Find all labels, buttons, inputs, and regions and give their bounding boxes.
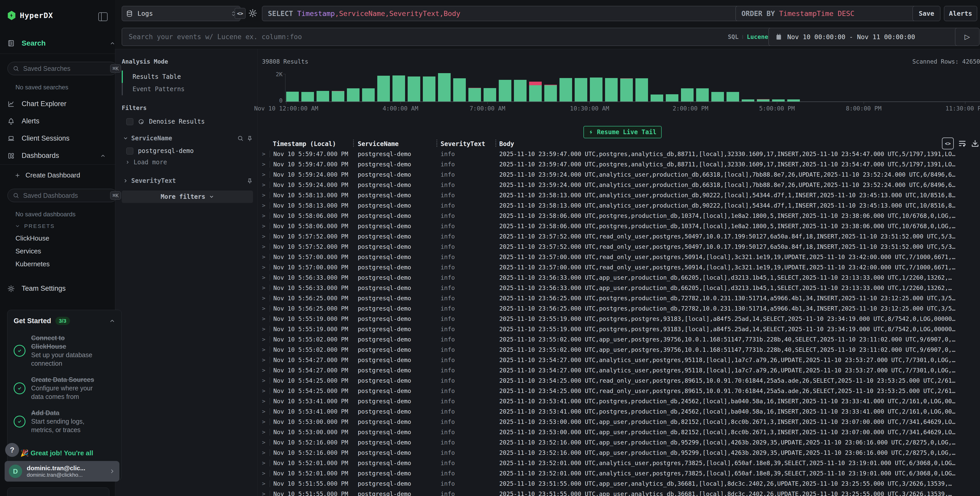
expand-row-icon[interactable]: > (262, 468, 265, 478)
histogram-bar[interactable] (590, 78, 603, 102)
expand-row-icon[interactable]: > (262, 324, 265, 334)
get-started-item[interactable]: Add DataStart sending logs, metrics, or … (14, 409, 115, 434)
log-row[interactable]: >Nov 10 5:53:41.000 PMpostgresql-demoinf… (260, 396, 980, 407)
log-row[interactable]: >Nov 10 5:59:24.000 PMpostgresql-demoinf… (260, 169, 980, 180)
filter-option-postgresql-demo[interactable]: postgresql-demo (126, 147, 194, 155)
histogram-bar[interactable] (605, 78, 618, 102)
log-row[interactable]: >Nov 10 5:55:19.000 PMpostgresql-demoinf… (260, 324, 980, 334)
column-header-severitytext[interactable]: SeverityText (441, 140, 485, 148)
histogram-bar[interactable] (651, 94, 663, 102)
expand-row-icon[interactable]: > (262, 375, 265, 386)
log-row[interactable]: >Nov 10 5:55:02.000 PMpostgresql-demoinf… (260, 344, 980, 355)
user-profile-button[interactable]: D dominic.tran@clic... dominic.tran@clic… (5, 461, 119, 482)
histogram-bar[interactable] (514, 80, 527, 102)
expand-row-icon[interactable]: > (262, 355, 265, 365)
histogram-bar[interactable] (393, 75, 405, 102)
histogram-bar[interactable] (377, 76, 390, 102)
get-started-item[interactable]: Create Data SourcesConfigure where your … (14, 375, 115, 401)
histogram-bar[interactable] (772, 99, 785, 102)
save-button[interactable]: Save (913, 6, 940, 21)
chevron-up-icon[interactable] (100, 153, 106, 159)
log-row[interactable]: >Nov 10 5:53:00.000 PMpostgresql-demoinf… (260, 417, 980, 427)
log-row[interactable]: >Nov 10 5:54:25.000 PMpostgresql-demoinf… (260, 386, 980, 396)
log-row[interactable]: >Nov 10 5:59:47.000 PMpostgresql-demoinf… (260, 149, 980, 159)
histogram-bar[interactable] (544, 85, 557, 102)
log-row[interactable]: >Nov 10 5:59:47.000 PMpostgresql-demoinf… (260, 159, 980, 169)
log-row[interactable]: >Nov 10 5:54:27.000 PMpostgresql-demoinf… (260, 365, 980, 375)
log-row[interactable]: >Nov 10 5:52:01.000 PMpostgresql-demoinf… (260, 458, 980, 468)
log-row[interactable]: >Nov 10 5:57:52.000 PMpostgresql-demoinf… (260, 242, 980, 252)
histogram-bar[interactable] (438, 73, 450, 102)
denoise-results-row[interactable]: Denoise Results (126, 118, 205, 125)
column-header-servicename[interactable]: ServiceName (358, 140, 399, 148)
histogram-bar[interactable] (362, 88, 375, 102)
expand-row-icon[interactable]: > (262, 169, 265, 180)
pin-icon[interactable] (247, 178, 253, 184)
histogram-bar[interactable] (317, 91, 329, 102)
log-row[interactable]: >Nov 10 5:56:33.000 PMpostgresql-demoinf… (260, 273, 980, 283)
lucene-toggle[interactable]: Lucene (747, 33, 768, 40)
log-row[interactable]: >Nov 10 5:51:55.000 PMpostgresql-demoinf… (260, 478, 980, 489)
log-row[interactable]: >Nov 10 5:58:13.000 PMpostgresql-demoinf… (260, 200, 980, 211)
log-row[interactable]: >Nov 10 5:52:16.000 PMpostgresql-demoinf… (260, 448, 980, 458)
histogram-bar[interactable] (408, 77, 420, 102)
histogram-bar[interactable] (423, 77, 436, 102)
column-resize-handle[interactable] (495, 140, 496, 147)
expand-row-icon[interactable]: > (262, 427, 265, 437)
sidebar-item-client-sessions[interactable]: Client Sessions (0, 130, 115, 147)
presets-section-header[interactable]: PRESETS (15, 223, 55, 229)
event-search-input[interactable] (128, 33, 728, 41)
expand-row-icon[interactable]: > (262, 273, 265, 283)
histogram-bar[interactable] (484, 88, 496, 102)
histogram-bar[interactable] (666, 94, 678, 102)
expand-row-icon[interactable]: > (262, 303, 265, 314)
run-query-button[interactable]: ▷ (955, 28, 980, 46)
expand-row-icon[interactable]: > (262, 200, 265, 211)
log-row[interactable]: >Nov 10 5:55:02.000 PMpostgresql-demoinf… (260, 334, 980, 344)
log-row[interactable]: >Nov 10 5:52:01.000 PMpostgresql-demoinf… (260, 468, 980, 478)
histogram-bar[interactable] (711, 92, 724, 102)
log-row[interactable]: >Nov 10 5:58:06.000 PMpostgresql-demoinf… (260, 221, 980, 231)
histogram-bar[interactable] (347, 88, 360, 102)
column-header-timestamp-local-[interactable]: Timestamp (Local) (273, 140, 336, 148)
expand-row-icon[interactable]: > (262, 478, 265, 489)
download-icon[interactable] (971, 139, 980, 148)
histogram-bar[interactable] (453, 78, 466, 102)
wrap-lines-icon[interactable] (958, 139, 967, 148)
expand-row-icon[interactable]: > (262, 334, 265, 344)
expand-row-icon[interactable]: > (262, 417, 265, 427)
expand-row-icon[interactable]: > (262, 365, 265, 375)
log-row[interactable]: >Nov 10 5:51:55.000 PMpostgresql-demoinf… (260, 489, 980, 496)
preset-services[interactable]: Services (0, 245, 41, 258)
preset-clickhouse[interactable]: ClickHouse (0, 232, 49, 245)
sidebar-item-team-settings[interactable]: Team Settings (8, 285, 65, 293)
histogram-bar[interactable] (499, 80, 511, 102)
log-row[interactable]: >Nov 10 5:57:52.000 PMpostgresql-demoinf… (260, 231, 980, 242)
histogram-bar[interactable] (620, 78, 633, 102)
histogram-bar[interactable] (696, 88, 709, 102)
log-row[interactable]: >Nov 10 5:54:27.000 PMpostgresql-demoinf… (260, 355, 980, 365)
filter-group-severitytext[interactable]: SeverityText (123, 177, 253, 184)
sidebar-collapse-button[interactable] (98, 12, 108, 21)
histogram-bar[interactable] (468, 88, 481, 102)
search-icon[interactable] (237, 135, 243, 141)
log-row[interactable]: >Nov 10 5:57:00.000 PMpostgresql-demoinf… (260, 262, 980, 273)
source-select[interactable]: Logs (122, 6, 240, 21)
expand-row-icon[interactable]: > (262, 262, 265, 273)
log-row[interactable]: >Nov 10 5:55:19.000 PMpostgresql-demoinf… (260, 314, 980, 324)
expand-row-icon[interactable]: > (262, 149, 265, 159)
histogram-bar[interactable] (727, 92, 739, 102)
expand-row-icon[interactable]: > (262, 190, 265, 200)
log-row[interactable]: >Nov 10 5:56:25.000 PMpostgresql-demoinf… (260, 293, 980, 303)
log-row[interactable]: >Nov 10 5:53:41.000 PMpostgresql-demoinf… (260, 407, 980, 417)
expand-row-icon[interactable]: > (262, 293, 265, 303)
histogram-bar[interactable] (529, 81, 542, 102)
histogram-bar[interactable] (332, 91, 344, 102)
sql-toggle[interactable]: SQL (728, 33, 738, 40)
get-started-item[interactable]: Connect to ClickHouseSet up your databas… (14, 334, 115, 368)
filter-group-servicename[interactable]: ServiceName (123, 135, 253, 142)
load-more-button[interactable]: Load more (125, 159, 167, 166)
expand-row-icon[interactable]: > (262, 211, 265, 221)
sidebar-item-search[interactable]: Search (0, 39, 123, 47)
chevron-up-icon[interactable] (110, 40, 115, 46)
